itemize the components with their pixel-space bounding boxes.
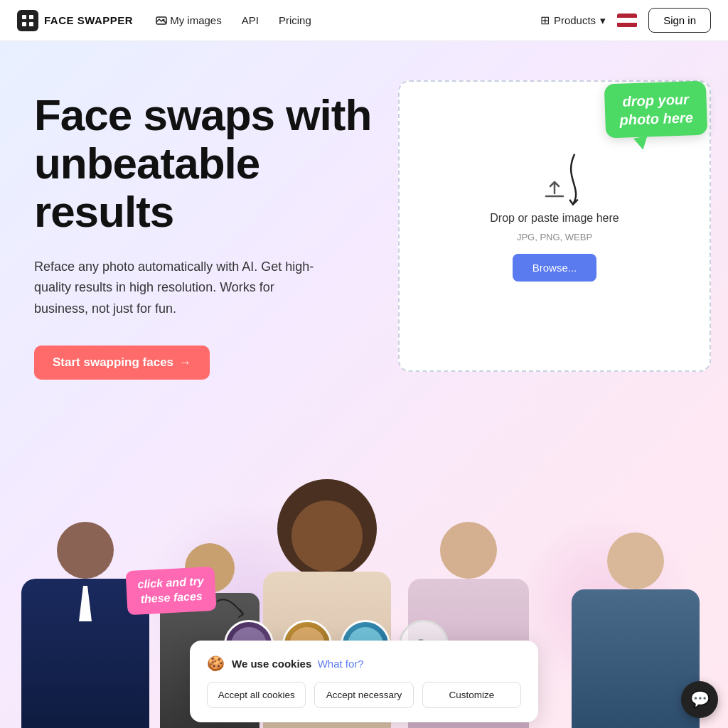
navbar-right: ⊞ Products ▾ Sign in xyxy=(540,8,711,33)
accept-necessary-button[interactable]: Accept necessary xyxy=(314,682,413,708)
logo[interactable]: FACE SWAPPER xyxy=(17,10,133,31)
try-arrow-icon xyxy=(213,587,249,623)
upload-formats: JPG, PNG, WEBP xyxy=(517,232,592,242)
svg-rect-2 xyxy=(22,22,26,26)
cookie-text: We use cookies What for? xyxy=(232,658,364,670)
cookie-what-for-link[interactable]: What for? xyxy=(318,658,364,670)
cookie-icon: 🍪 xyxy=(207,655,225,672)
flag-icon[interactable] xyxy=(617,14,637,28)
grid-icon: ⊞ xyxy=(540,14,550,27)
flag-stripe-red2 xyxy=(617,23,637,28)
chevron-down-icon: ▾ xyxy=(600,14,606,27)
cta-button[interactable]: Start swapping faces → xyxy=(34,346,210,380)
hero-title: Face swaps with unbeatable results xyxy=(34,91,375,237)
cookie-banner: 🍪 We use cookies What for? Accept all co… xyxy=(190,641,538,722)
svg-rect-1 xyxy=(29,15,33,19)
svg-point-5 xyxy=(163,18,165,21)
cookie-header: 🍪 We use cookies What for? xyxy=(207,655,521,672)
drop-bubble: drop your photo here xyxy=(604,81,707,139)
accept-all-button[interactable]: Accept all cookies xyxy=(207,682,306,708)
navbar-left: FACE SWAPPER My images API Pricing xyxy=(17,10,311,31)
chat-button[interactable]: 💬 xyxy=(681,681,718,718)
signin-button[interactable]: Sign in xyxy=(648,8,711,33)
logo-icon xyxy=(17,10,38,31)
navbar: FACE SWAPPER My images API Pricing ⊞ Pro… xyxy=(0,0,728,41)
products-button[interactable]: ⊞ Products ▾ xyxy=(540,14,606,27)
hero-text: Face swaps with unbeatable results Refac… xyxy=(34,84,375,380)
arrow-right-icon: → xyxy=(179,355,191,370)
cookie-buttons: Accept all cookies Accept necessary Cust… xyxy=(207,682,521,708)
hero-subtitle: Reface any photo automatically with AI. … xyxy=(34,257,318,320)
try-bubble: click and try these faces xyxy=(125,567,216,615)
flag-stripe-red1 xyxy=(617,14,637,18)
customize-button[interactable]: Customize xyxy=(422,682,521,708)
svg-rect-0 xyxy=(22,15,26,19)
hero-section: drop your photo here Face swaps with unb… xyxy=(0,41,728,728)
logo-text: FACE SWAPPER xyxy=(44,14,133,26)
flag-stripe-white xyxy=(617,18,637,23)
nav-my-images[interactable]: My images xyxy=(156,14,222,26)
logo-svg xyxy=(21,14,34,27)
upload-main-text: Drop or paste image here xyxy=(490,212,619,225)
nav-api[interactable]: API xyxy=(242,14,259,26)
browse-button[interactable]: Browse... xyxy=(513,254,597,282)
image-icon xyxy=(156,15,167,26)
chat-icon: 💬 xyxy=(690,690,710,709)
nav-pricing[interactable]: Pricing xyxy=(279,14,311,26)
svg-rect-3 xyxy=(29,22,33,26)
nav-links: My images API Pricing xyxy=(156,14,311,26)
